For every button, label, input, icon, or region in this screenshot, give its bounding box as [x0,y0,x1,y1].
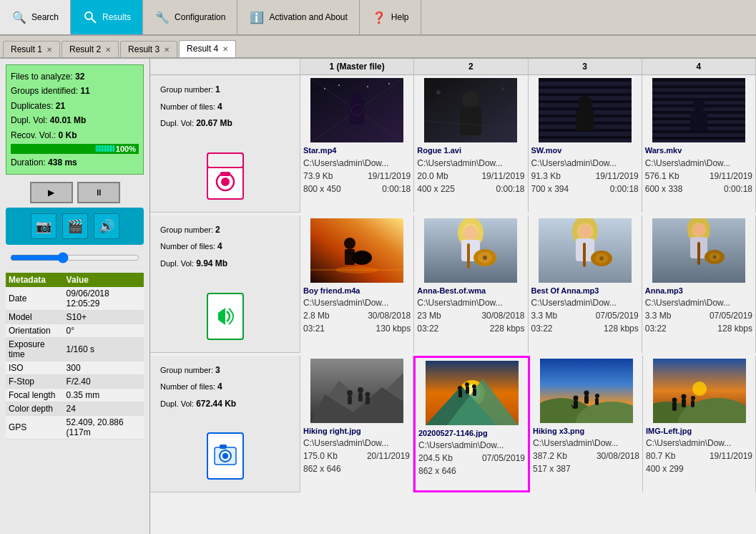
main-area: Files to analyze: 32 Groups identified: … [0,59,756,534]
audio-filter-btn[interactable]: 🔊 [94,213,119,239]
value-col-header: Value [64,273,144,287]
file-cell-2-2[interactable]: Anna-Best.of.wma C:\Users\admin\Dow... 2… [414,215,528,353]
column-headers: 1 (Master file) 2 3 4 [150,59,756,75]
file-cell-2-3[interactable]: Best Of Anna.mp3 C:\Users\admin\Dow... 3… [529,215,642,353]
svg-rect-131 [691,400,694,407]
svg-rect-47 [652,140,745,142]
file-2-4-meta: 3.3 Mb 07/05/2019 [645,309,752,322]
stats-box: Files to analyze: 32 Groups identified: … [6,64,144,175]
play-button[interactable]: ▶ [30,182,73,203]
nav-activation[interactable]: ℹ️ Activation and About [237,0,359,34]
filter-slider[interactable] [10,252,139,263]
file-cell-3-1[interactable]: Hiking right.jpg C:\Users\admin\Dow... 1… [300,356,413,493]
group-2-section: Group number: 2 Number of files: 4 Dupl.… [150,215,756,353]
svg-rect-49 [690,111,707,131]
svg-point-72 [578,224,592,238]
tab-2-close[interactable]: ✕ [105,46,111,54]
group-2-dupl: Dupl. Vol: 9.94 Mb [160,256,290,272]
tab-1-close[interactable]: ✕ [46,46,52,54]
svg-rect-76 [583,243,586,267]
group-3-files: Hiking right.jpg C:\Users\admin\Dow... 1… [300,356,756,493]
duration: Duration: 438 ms [11,155,139,170]
file-cell-1-2[interactable]: Rogue 1.avi C:\Users\admin\Dow... 20.0 M… [414,75,528,213]
play-icon: ▶ [48,188,54,198]
file-cell-3-2[interactable]: 20200527-1146.jpg C:\Users\admin\Dow... … [413,356,530,493]
pause-button[interactable]: ⏸ [77,182,120,203]
file-cell-2-1[interactable]: Boy friend.m4a C:\Users\admin\Dow... 2.8… [300,215,414,353]
file-3-1-path: C:\Users\admin\Dow... [303,437,396,450]
file-1-1-meta: 73.9 Kb 19/11/2019 [303,170,411,183]
nav-search[interactable]: 🔍 Search [0,0,71,34]
svg-point-16 [338,84,340,86]
svg-rect-36 [576,110,594,131]
group-2-icon [160,288,290,345]
file-1-2-info: Rogue 1.avi C:\Users\admin\Dow... 20.0 M… [417,145,524,195]
svg-point-20 [462,91,479,108]
file-col-headers: 1 (Master file) 2 3 4 [300,59,756,74]
svg-point-126 [672,397,677,402]
group-3-dupl: Dupl. Vol: 672.44 Kb [160,397,290,412]
video-filter-btn[interactable]: 🎬 [62,213,88,239]
svg-point-115 [573,395,578,400]
metadata-key: Date [6,287,64,311]
configuration-icon: 🔧 [154,9,170,25]
nav-help[interactable]: ❓ Help [360,0,421,34]
file-cell-2-4[interactable]: Anna.mp3 C:\Users\admin\Dow... 3.3 Mb 07… [642,215,756,353]
help-icon: ❓ [371,9,387,25]
photo-filter-btn[interactable]: 📷 [31,213,57,239]
metadata-key: Orientation [6,324,64,338]
file-1-4-meta: 576.1 Kb 19/11/2019 [645,170,752,183]
thumb-3-2 [426,361,519,425]
file-2-1-name: Boy friend.m4a [303,285,411,297]
file-2-2-name: Anna-Best.of.wma [417,285,524,297]
file-cell-1-4[interactable]: Wars.mkv C:\Users\admin\Dow... 576.1 Kb … [642,75,756,213]
file-cell-1-1[interactable]: Star.mp4 C:\Users\admin\Dow... 73.9 Kb 1… [300,75,414,213]
nav-search-label: Search [31,12,59,22]
file-2-2-path: C:\Users\admin\Dow... [417,296,510,309]
file-1-2-path: C:\Users\admin\Dow... [417,157,510,170]
tab-3-close[interactable]: ✕ [164,46,170,54]
file-3-1-info: Hiking right.jpg C:\Users\admin\Dow... 1… [303,425,410,476]
file-3-1-name: Hiking right.jpg [303,425,410,437]
file-2-4-info: Anna.mp3 C:\Users\admin\Dow... 3.3 Mb 07… [645,285,752,336]
file-cell-3-4[interactable]: IMG-Left.jpg C:\Users\admin\Dow... 80.7 … [643,356,756,493]
nav-configuration[interactable]: 🔧 Configuration [143,0,237,34]
metadata-value: 300 [64,361,144,375]
file-2-4-dims: 03:22 128 kbps [645,322,752,335]
file-cell-3-3[interactable]: Hiking x3.png C:\Users\admin\Dow... 387.… [530,356,643,493]
svg-point-15 [324,88,325,89]
file-2-1-path: C:\Users\admin\Dow... [303,296,396,309]
svg-rect-91 [220,445,227,449]
duplicates: Duplicates: 21 [11,99,139,113]
metadata-value: 1/160 s [64,338,144,361]
file-3-2-name: 20200527-1146.jpg [418,427,525,440]
tab-4-close[interactable]: ✕ [222,45,228,53]
file-2-3-meta: 3.3 Mb 07/05/2019 [531,309,639,322]
group-3-info: Group number: 3 Number of files: 4 Dupl.… [150,356,300,493]
svg-rect-38 [652,82,745,85]
file-cell-1-3[interactable]: SW.mov C:\Users\admin\Dow... 91.3 Kb 19/… [529,75,642,213]
svg-point-18 [388,83,390,84]
tab-result-2[interactable]: Result 2 ✕ [62,41,119,57]
file-2-3-path: C:\Users\admin\Dow... [531,296,624,309]
top-navigation: 🔍 Search Results 🔧 Configuration ℹ️ Acti… [0,0,756,36]
metadata-value: 52.409, 20.886 (117m [64,416,144,440]
metadata-value: 24 [64,402,144,416]
svg-point-68 [483,256,487,260]
thumb-1-2 [424,78,517,142]
tab-result-3[interactable]: Result 3 ✕ [120,41,177,57]
thumb-1-3 [539,78,632,142]
tab-result-1[interactable]: Result 1 ✕ [3,41,60,57]
tab-result-4[interactable]: Result 4 ✕ [179,40,236,57]
file-3-2-dims: 862 x 646 [418,465,525,477]
metadata-value: 0° [64,324,144,338]
nav-results[interactable]: Results [71,0,143,34]
file-2-3-name: Best Of Anna.mp3 [531,285,639,297]
tab-2-label: Result 2 [69,44,101,54]
group-col-spacer [150,59,300,74]
thumb-1-1 [310,78,403,142]
thumb-3-1 [310,359,403,423]
metadata-key: F-Stop [6,375,64,389]
tab-4-label: Result 4 [187,44,218,54]
file-1-2-meta: 20.0 Mb 19/11/2019 [417,170,524,183]
